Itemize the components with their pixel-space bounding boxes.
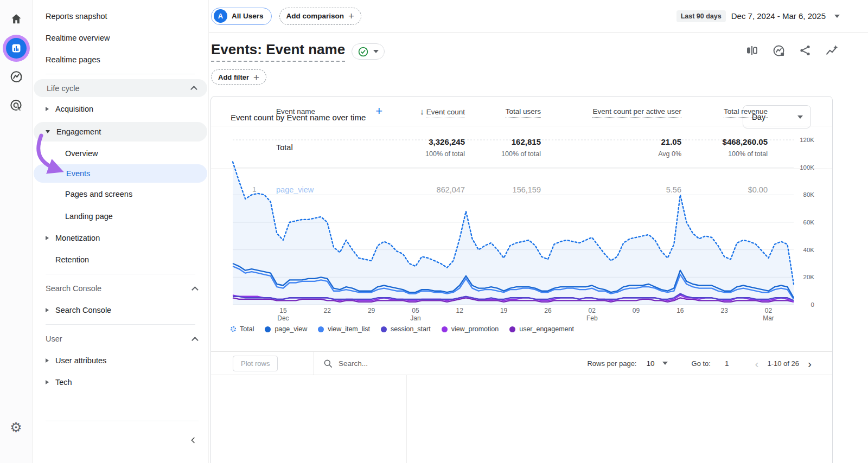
x-axis-label: 15Dec	[266, 307, 301, 322]
pagination-range: 1-10 of 26	[767, 359, 799, 368]
previous-page-icon[interactable]: ‹	[755, 358, 758, 369]
plus-icon: +	[348, 11, 354, 21]
report-nav-sidebar: Reports snapshot Realtime overview Realt…	[33, 0, 209, 463]
sort-descending-icon: ↓	[420, 107, 424, 116]
chevron-down-icon	[46, 130, 50, 133]
table-toolbar: Plot rows Search... Rows per page: 10 Go…	[211, 351, 832, 375]
legend-item-view-promotion: view_promotion	[442, 325, 499, 333]
reports-icon[interactable]	[6, 38, 27, 59]
row-event-count: 862,047	[406, 185, 465, 194]
sidebar-item-overview[interactable]: Overview	[33, 143, 208, 164]
sidebar-item-landing-page[interactable]: Landing page	[33, 205, 208, 227]
sidebar-item-events[interactable]: Events	[34, 164, 207, 183]
legend-marker	[509, 326, 515, 332]
legend-marker	[265, 326, 271, 332]
goto-value[interactable]: 1	[725, 359, 729, 368]
chevron-right-icon	[46, 236, 49, 240]
x-axis-labels: 15Dec222905Jan12192602Feb09162302Mar	[233, 307, 794, 325]
row-total-users: 156,159	[465, 185, 541, 194]
sidebar-item-retention[interactable]: Retention	[33, 249, 208, 271]
x-axis-label: 29	[354, 307, 389, 314]
total-per-active-user: 21.05	[541, 137, 681, 146]
column-header-event-name[interactable]: Event name	[276, 107, 315, 115]
explore-icon[interactable]	[9, 69, 23, 83]
x-axis-label: 12	[442, 307, 477, 314]
sidebar-divider	[46, 74, 195, 74]
add-comparison-button[interactable]: Add comparison +	[279, 8, 362, 25]
sidebar-divider	[46, 324, 195, 325]
date-range-value: Dec 7, 2024 - Mar 6, 2025	[731, 11, 826, 21]
column-header-event-count[interactable]: ↓Event count	[406, 107, 465, 116]
chevron-up-icon	[190, 86, 197, 93]
chevron-right-icon	[46, 380, 49, 384]
chevron-down-icon	[373, 50, 379, 53]
settings-gear-icon[interactable]: ⚙	[9, 420, 23, 434]
column-header-total-users[interactable]: Total users	[465, 107, 541, 115]
sidebar-section-life-cycle[interactable]: Life cycle	[34, 79, 207, 97]
insights-sparkline-icon[interactable]	[825, 43, 839, 57]
advertising-icon[interactable]	[9, 98, 23, 112]
y-axis-label: 20K	[803, 274, 814, 280]
legend-marker-total	[231, 326, 236, 332]
insights-time-icon[interactable]	[771, 43, 786, 57]
sidebar-item-user-attributes[interactable]: User attributes	[33, 350, 208, 371]
y-axis-label: 0	[811, 301, 814, 308]
legend-item-page-view: page_view	[265, 325, 307, 333]
all-users-segment-chip[interactable]: A All Users	[211, 8, 272, 25]
x-axis-label: 26	[531, 307, 565, 314]
chevron-right-icon	[46, 358, 49, 363]
sidebar-item-monetization[interactable]: Monetization	[33, 227, 208, 249]
search-placeholder[interactable]: Search...	[339, 359, 368, 368]
chevron-down-icon[interactable]	[662, 362, 668, 365]
sidebar-item-realtime-overview[interactable]: Realtime overview	[33, 27, 208, 49]
home-icon[interactable]	[9, 12, 23, 26]
y-axis-label: 60K	[803, 219, 814, 226]
sidebar-item-tech[interactable]: Tech	[33, 371, 208, 393]
rows-per-page-value[interactable]: 10	[646, 359, 654, 368]
legend-item-total: Total	[231, 325, 254, 333]
chevron-up-icon	[192, 286, 199, 293]
report-status-dropdown[interactable]	[352, 43, 385, 60]
comparison-bar: A All Users Add comparison + Last 90 day…	[209, 0, 868, 33]
sidebar-item-pages-and-screens[interactable]: Pages and screens	[33, 183, 208, 205]
legend-item-session-start: session_start	[381, 325, 431, 333]
add-filter-button[interactable]: Add filter +	[211, 69, 266, 85]
next-page-icon[interactable]: ›	[808, 358, 812, 369]
event-name-link[interactable]: page_view	[276, 185, 314, 194]
legend-marker	[442, 326, 448, 332]
add-dimension-icon[interactable]: +	[375, 105, 382, 117]
sidebar-item-reports-snapshot[interactable]: Reports snapshot	[33, 5, 208, 27]
x-axis-label: 23	[707, 307, 742, 314]
x-axis-label: 16	[663, 307, 698, 314]
plot-rows-button[interactable]: Plot rows	[233, 356, 278, 371]
share-icon[interactable]	[798, 43, 812, 57]
edit-comparisons-icon[interactable]	[745, 43, 759, 57]
column-header-total-revenue[interactable]: Total revenue	[681, 107, 768, 115]
sidebar-item-engagement[interactable]: Engagement	[34, 122, 207, 142]
reports-nav-active-ring[interactable]	[3, 35, 30, 62]
rows-per-page-label: Rows per page:	[587, 359, 636, 368]
sidebar-item-acquisition[interactable]: Acquisition	[33, 97, 208, 120]
x-axis-label: 02Mar	[751, 307, 786, 322]
main-content: A All Users Add comparison + Last 90 day…	[209, 0, 868, 463]
x-axis-label: 02Feb	[575, 307, 609, 322]
x-axis-label: 05Jan	[398, 307, 433, 322]
total-revenue: $468,260.05	[681, 137, 768, 146]
legend-item-user-engagement: user_engagement	[509, 325, 574, 333]
sidebar-item-search-console[interactable]: Search Console	[33, 299, 208, 321]
collapse-sidebar-icon[interactable]	[186, 433, 201, 448]
table-row: 1 page_view 862,047 156,159 5.56 $0.00	[211, 168, 832, 210]
row-per-active-user: 5.56	[541, 185, 681, 194]
total-users: 162,815	[465, 137, 541, 146]
sidebar-section-search-console[interactable]: Search Console	[33, 278, 208, 299]
chevron-down-icon[interactable]	[834, 15, 840, 18]
sidebar-item-realtime-pages[interactable]: Realtime pages	[33, 49, 208, 70]
table-search[interactable]: Search...	[323, 358, 368, 369]
x-axis-label: 22	[310, 307, 344, 314]
row-index: 1	[252, 185, 276, 194]
chart-legend: Total page_view view_item_list session_s…	[231, 325, 574, 333]
sidebar-section-user[interactable]: User	[33, 328, 208, 350]
total-row-label: Total	[276, 143, 406, 152]
chevron-right-icon	[46, 308, 49, 312]
column-header-per-active-user[interactable]: Event count per active user	[541, 107, 681, 115]
